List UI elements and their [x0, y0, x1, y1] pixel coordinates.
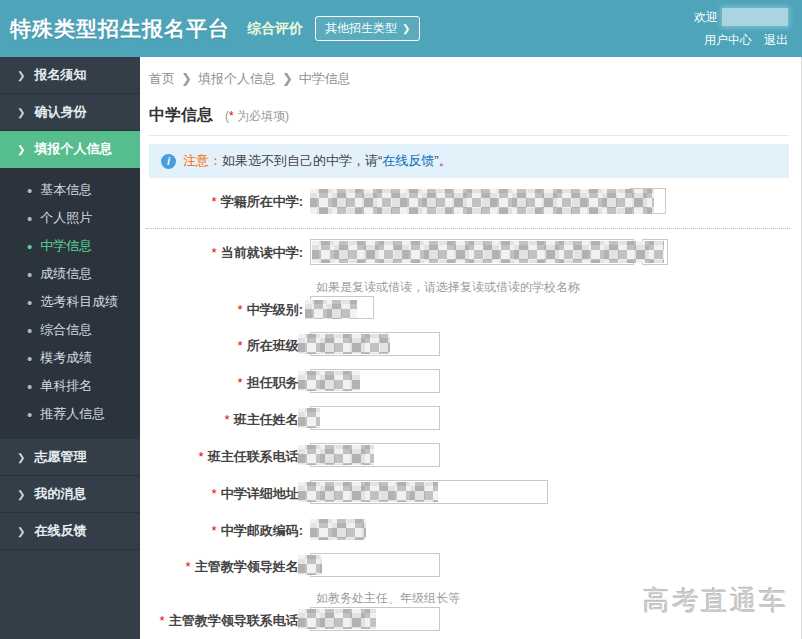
field-label: *学籍所在中学: — [140, 188, 310, 211]
field-area — [310, 296, 374, 319]
field-label-text: 担任职务: — [247, 375, 303, 390]
field-label-text: 班主任姓名: — [234, 412, 303, 427]
sidebar-item-模考成绩[interactable]: •模考成绩 — [0, 344, 140, 372]
censored-region — [310, 189, 654, 214]
required-asterisk: * — [212, 523, 217, 538]
sidebar-item-基本信息[interactable]: •基本信息 — [0, 176, 140, 204]
sidebar-item-个人照片[interactable]: •个人照片 — [0, 204, 140, 232]
sidebar-item-我的消息[interactable]: ❯我的消息 — [0, 476, 140, 513]
field-label-text: 当前就读中学: — [221, 245, 303, 260]
sidebar-item-志愿管理[interactable]: ❯志愿管理 — [0, 439, 140, 476]
form-row: *中学级别: — [140, 296, 801, 319]
sidebar-item-label: 填报个人信息 — [34, 140, 112, 158]
censored-region — [298, 408, 320, 428]
field-help-text: 如果是复读或借读，请选择复读或借读的学校名称 — [316, 279, 801, 296]
breadcrumb-item-首页[interactable]: 首页 — [149, 71, 175, 86]
welcome-text: 欢迎 — [694, 9, 718, 26]
form-row: *班主任姓名: — [140, 406, 801, 430]
form-row: *学籍所在中学: — [140, 188, 801, 215]
sidebar-item-选考科目成绩[interactable]: •选考科目成绩 — [0, 288, 140, 316]
sidebar-item-label: 中学信息 — [40, 237, 92, 255]
chevron-right-icon: ❯ — [17, 70, 25, 81]
required-asterisk: * — [212, 194, 217, 209]
sidebar-item-单科排名[interactable]: •单科排名 — [0, 372, 140, 400]
breadcrumb-item-填报个人信息[interactable]: 填报个人信息 — [198, 71, 276, 86]
school-level-select[interactable] — [310, 296, 374, 319]
field-label-text: 学籍所在中学: — [221, 194, 303, 209]
bullet-icon: • — [27, 267, 32, 282]
breadcrumb-item-中学信息: 中学信息 — [299, 71, 351, 86]
middle-school-form: *学籍所在中学:*当前就读中学:如果是复读或借读，请选择复读或借读的学校名称*中… — [140, 188, 801, 639]
sidebar-item-成绩信息[interactable]: •成绩信息 — [0, 260, 140, 288]
input-wrap — [310, 406, 440, 430]
notice-text: 注意：如果选不到自己的中学，请“在线反馈”。 — [183, 152, 452, 170]
sidebar-item-label: 模考成绩 — [40, 349, 92, 367]
sidebar-item-填报个人信息[interactable]: ❯填报个人信息 — [0, 131, 140, 168]
censored-school-selects — [310, 239, 668, 266]
breadcrumb-separator-icon: ❯ — [181, 71, 192, 86]
field-label-text: 中学详细地址: — [221, 486, 303, 501]
required-asterisk: * — [238, 302, 243, 317]
field-area — [310, 332, 440, 356]
required-asterisk: * — [212, 486, 217, 501]
info-icon: i — [161, 154, 176, 169]
chevron-right-icon: ❯ — [17, 144, 25, 155]
input-wrap — [310, 443, 440, 467]
sidebar-item-label: 成绩信息 — [40, 265, 92, 283]
field-label: *主管教学领导联系电话: — [140, 607, 310, 630]
required-asterisk: * — [225, 412, 230, 427]
user-center-link[interactable]: 用户中心 — [704, 32, 752, 49]
required-asterisk: * — [186, 559, 191, 574]
sidebar-item-在线反馈[interactable]: ❯在线反馈 — [0, 513, 140, 550]
censored-region — [298, 482, 438, 502]
field-label: *班主任姓名: — [140, 406, 310, 429]
bullet-icon: • — [27, 379, 32, 394]
bullet-icon: • — [27, 295, 32, 310]
sidebar-item-确认身份[interactable]: ❯确认身份 — [0, 94, 140, 131]
field-label: *所在班级: — [140, 332, 310, 355]
sidebar-item-报名须知[interactable]: ❯报名须知 — [0, 57, 140, 94]
field-area — [310, 406, 440, 430]
bullet-icon: • — [27, 211, 32, 226]
field-label: *当前就读中学: — [140, 239, 310, 262]
notice-bar: i 注意：如果选不到自己的中学，请“在线反馈”。 — [149, 144, 789, 178]
user-area: 欢迎 用户中心 退出 — [694, 8, 788, 49]
online-feedback-link[interactable]: 在线反馈 — [382, 153, 434, 168]
sidebar-item-推荐人信息[interactable]: •推荐人信息 — [0, 400, 140, 428]
text-input[interactable] — [310, 553, 440, 577]
field-area — [310, 369, 440, 393]
app-subtitle: 综合评价 — [247, 20, 303, 38]
field-label: *主管教学领导姓名: — [140, 553, 310, 576]
sidebar-item-label: 个人照片 — [40, 209, 92, 227]
field-label: *班主任联系电话: — [140, 443, 310, 466]
breadcrumb-separator-icon: ❯ — [282, 71, 293, 86]
required-asterisk: * — [199, 449, 204, 464]
text-input[interactable] — [310, 406, 440, 430]
other-enrollment-types-button[interactable]: 其他招生类型 ❯ — [315, 16, 420, 41]
chevron-right-icon: ❯ — [17, 489, 25, 500]
sidebar-item-label: 基本信息 — [40, 181, 92, 199]
chevron-right-icon: ❯ — [17, 526, 25, 537]
field-label-text: 主管教学领导姓名: — [195, 559, 303, 574]
sidebar-item-综合信息[interactable]: •综合信息 — [0, 316, 140, 344]
field-label-text: 班主任联系电话: — [208, 449, 303, 464]
sidebar-item-label: 综合信息 — [40, 321, 92, 339]
sidebar-subsection: •基本信息•个人照片•中学信息•成绩信息•选考科目成绩•综合信息•模考成绩•单科… — [0, 168, 140, 439]
required-asterisk: * — [238, 375, 243, 390]
field-area — [310, 607, 440, 631]
bullet-icon: • — [27, 351, 32, 366]
watermark: 高考直通车 — [643, 583, 788, 619]
field-label-text: 所在班级: — [247, 338, 303, 353]
sidebar-item-label: 推荐人信息 — [40, 405, 105, 423]
other-types-button-label: 其他招生类型 — [325, 20, 397, 37]
sidebar-item-label: 单科排名 — [40, 377, 92, 395]
bullet-icon: • — [27, 323, 32, 338]
input-wrap — [310, 607, 440, 631]
required-note: (* 为必填项) — [225, 108, 289, 125]
bullet-icon: • — [27, 407, 32, 422]
form-row: *当前就读中学: — [140, 239, 801, 266]
required-asterisk: * — [160, 613, 165, 628]
sidebar-item-中学信息[interactable]: •中学信息 — [0, 232, 140, 260]
logout-link[interactable]: 退出 — [764, 32, 788, 49]
required-asterisk: * — [238, 338, 243, 353]
